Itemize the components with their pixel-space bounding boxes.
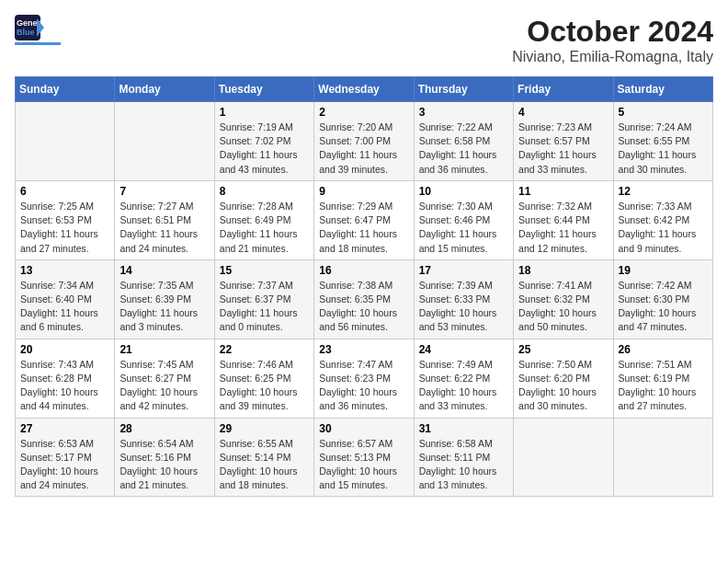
day-number: 4 — [518, 106, 608, 119]
day-number: 25 — [518, 343, 608, 356]
day-number: 1 — [220, 106, 309, 119]
day-detail: Sunrise: 7:27 AM Sunset: 6:51 PM Dayligh… — [119, 201, 198, 254]
calendar-cell: 2Sunrise: 7:20 AM Sunset: 7:00 PM Daylig… — [314, 102, 414, 181]
day-number: 2 — [319, 106, 408, 119]
day-detail: Sunrise: 7:23 AM Sunset: 6:57 PM Dayligh… — [518, 121, 597, 175]
day-detail: Sunrise: 7:33 AM Sunset: 6:42 PM Dayligh… — [619, 201, 697, 254]
title-block: October 2024 Niviano, Emilia-Romagna, It… — [512, 15, 713, 65]
calendar-cell: 28Sunrise: 6:54 AM Sunset: 5:16 PM Dayli… — [115, 418, 214, 497]
calendar-cell: 10Sunrise: 7:30 AM Sunset: 6:46 PM Dayli… — [414, 180, 513, 259]
day-detail: Sunrise: 7:39 AM Sunset: 6:33 PM Dayligh… — [419, 280, 497, 333]
day-number: 30 — [319, 422, 408, 435]
logo-underline — [15, 42, 61, 45]
day-number: 10 — [419, 185, 508, 198]
day-number: 14 — [119, 264, 209, 277]
calendar-cell: 25Sunrise: 7:50 AM Sunset: 6:20 PM Dayli… — [514, 339, 613, 418]
calendar-table: Sunday Monday Tuesday Wednesday Thursday… — [15, 76, 713, 497]
day-detail: Sunrise: 6:54 AM Sunset: 5:16 PM Dayligh… — [119, 438, 198, 491]
calendar-cell: 3Sunrise: 7:22 AM Sunset: 6:58 PM Daylig… — [414, 102, 513, 181]
day-number: 22 — [220, 343, 309, 356]
day-detail: Sunrise: 6:55 AM Sunset: 5:14 PM Dayligh… — [220, 438, 298, 491]
calendar-cell: 16Sunrise: 7:38 AM Sunset: 6:35 PM Dayli… — [314, 259, 414, 339]
header-tuesday: Tuesday — [214, 77, 313, 102]
day-number: 8 — [220, 185, 309, 198]
calendar-cell: 23Sunrise: 7:47 AM Sunset: 6:23 PM Dayli… — [314, 339, 414, 418]
day-number: 27 — [20, 422, 109, 435]
day-detail: Sunrise: 7:20 AM Sunset: 7:00 PM Dayligh… — [319, 121, 397, 175]
day-number: 5 — [619, 106, 708, 119]
day-number: 31 — [419, 422, 508, 435]
day-detail: Sunrise: 7:29 AM Sunset: 6:47 PM Dayligh… — [319, 201, 397, 254]
day-detail: Sunrise: 7:25 AM Sunset: 6:53 PM Dayligh… — [20, 201, 98, 254]
day-detail: Sunrise: 7:50 AM Sunset: 6:20 PM Dayligh… — [518, 359, 597, 412]
calendar-week-4: 20Sunrise: 7:43 AM Sunset: 6:28 PM Dayli… — [16, 339, 713, 418]
calendar-cell: 1Sunrise: 7:19 AM Sunset: 7:02 PM Daylig… — [214, 102, 313, 181]
header-thursday: Thursday — [414, 77, 513, 102]
day-detail: Sunrise: 7:28 AM Sunset: 6:49 PM Dayligh… — [220, 201, 298, 254]
day-number: 20 — [20, 343, 109, 356]
month-title: October 2024 — [512, 15, 713, 49]
day-detail: Sunrise: 7:47 AM Sunset: 6:23 PM Dayligh… — [319, 359, 397, 412]
header-monday: Monday — [115, 77, 214, 102]
calendar-cell — [613, 418, 712, 497]
svg-text:Blue: Blue — [17, 28, 35, 37]
calendar-cell: 13Sunrise: 7:34 AM Sunset: 6:40 PM Dayli… — [16, 259, 115, 339]
location-subtitle: Niviano, Emilia-Romagna, Italy — [512, 49, 713, 65]
calendar-cell: 19Sunrise: 7:42 AM Sunset: 6:30 PM Dayli… — [613, 259, 712, 339]
day-number: 15 — [220, 264, 309, 277]
day-number: 21 — [119, 343, 209, 356]
page-header: General Blue October 2024 Niviano, Emili… — [15, 15, 713, 65]
day-number: 17 — [419, 264, 508, 277]
day-detail: Sunrise: 7:35 AM Sunset: 6:39 PM Dayligh… — [119, 280, 198, 333]
calendar-cell: 30Sunrise: 6:57 AM Sunset: 5:13 PM Dayli… — [314, 418, 414, 497]
calendar-cell: 27Sunrise: 6:53 AM Sunset: 5:17 PM Dayli… — [16, 418, 115, 497]
day-detail: Sunrise: 7:30 AM Sunset: 6:46 PM Dayligh… — [419, 201, 497, 254]
day-number: 23 — [319, 343, 408, 356]
day-detail: Sunrise: 7:37 AM Sunset: 6:37 PM Dayligh… — [220, 280, 298, 333]
calendar-cell: 14Sunrise: 7:35 AM Sunset: 6:39 PM Dayli… — [115, 259, 214, 339]
calendar-cell: 20Sunrise: 7:43 AM Sunset: 6:28 PM Dayli… — [16, 339, 115, 418]
day-detail: Sunrise: 7:32 AM Sunset: 6:44 PM Dayligh… — [518, 201, 597, 254]
day-number: 24 — [419, 343, 508, 356]
day-number: 26 — [619, 343, 708, 356]
day-number: 7 — [119, 185, 209, 198]
day-number: 29 — [220, 422, 309, 435]
calendar-cell: 31Sunrise: 6:58 AM Sunset: 5:11 PM Dayli… — [414, 418, 513, 497]
calendar-header: Sunday Monday Tuesday Wednesday Thursday… — [16, 77, 713, 102]
day-number: 28 — [119, 422, 209, 435]
day-detail: Sunrise: 7:49 AM Sunset: 6:22 PM Dayligh… — [419, 359, 497, 412]
header-saturday: Saturday — [613, 77, 712, 102]
day-number: 18 — [518, 264, 608, 277]
calendar-cell: 6Sunrise: 7:25 AM Sunset: 6:53 PM Daylig… — [16, 180, 115, 259]
day-detail: Sunrise: 7:24 AM Sunset: 6:55 PM Dayligh… — [619, 121, 697, 175]
calendar-cell: 9Sunrise: 7:29 AM Sunset: 6:47 PM Daylig… — [314, 180, 414, 259]
calendar-cell: 12Sunrise: 7:33 AM Sunset: 6:42 PM Dayli… — [613, 180, 712, 259]
logo-icon: General Blue — [15, 15, 44, 40]
day-detail: Sunrise: 7:22 AM Sunset: 6:58 PM Dayligh… — [419, 121, 497, 175]
header-row: Sunday Monday Tuesday Wednesday Thursday… — [16, 77, 713, 102]
calendar-week-2: 6Sunrise: 7:25 AM Sunset: 6:53 PM Daylig… — [16, 180, 713, 259]
day-number: 3 — [419, 106, 508, 119]
day-number: 19 — [619, 264, 708, 277]
header-sunday: Sunday — [16, 77, 115, 102]
day-detail: Sunrise: 6:57 AM Sunset: 5:13 PM Dayligh… — [319, 438, 397, 491]
calendar-week-1: 1Sunrise: 7:19 AM Sunset: 7:02 PM Daylig… — [16, 102, 713, 181]
day-detail: Sunrise: 7:43 AM Sunset: 6:28 PM Dayligh… — [20, 359, 98, 412]
calendar-cell: 29Sunrise: 6:55 AM Sunset: 5:14 PM Dayli… — [214, 418, 313, 497]
calendar-cell: 21Sunrise: 7:45 AM Sunset: 6:27 PM Dayli… — [115, 339, 214, 418]
calendar-cell: 15Sunrise: 7:37 AM Sunset: 6:37 PM Dayli… — [214, 259, 313, 339]
day-number: 12 — [619, 185, 708, 198]
day-detail: Sunrise: 7:51 AM Sunset: 6:19 PM Dayligh… — [619, 359, 697, 412]
calendar-cell: 22Sunrise: 7:46 AM Sunset: 6:25 PM Dayli… — [214, 339, 313, 418]
calendar-cell: 18Sunrise: 7:41 AM Sunset: 6:32 PM Dayli… — [514, 259, 613, 339]
day-detail: Sunrise: 7:41 AM Sunset: 6:32 PM Dayligh… — [518, 280, 597, 333]
day-detail: Sunrise: 7:42 AM Sunset: 6:30 PM Dayligh… — [619, 280, 697, 333]
calendar-cell: 24Sunrise: 7:49 AM Sunset: 6:22 PM Dayli… — [414, 339, 513, 418]
logo: General Blue — [15, 15, 61, 45]
day-number: 16 — [319, 264, 408, 277]
calendar-cell: 4Sunrise: 7:23 AM Sunset: 6:57 PM Daylig… — [514, 102, 613, 181]
calendar-cell: 5Sunrise: 7:24 AM Sunset: 6:55 PM Daylig… — [613, 102, 712, 181]
calendar-cell: 8Sunrise: 7:28 AM Sunset: 6:49 PM Daylig… — [214, 180, 313, 259]
calendar-cell — [514, 418, 613, 497]
day-detail: Sunrise: 7:38 AM Sunset: 6:35 PM Dayligh… — [319, 280, 397, 333]
